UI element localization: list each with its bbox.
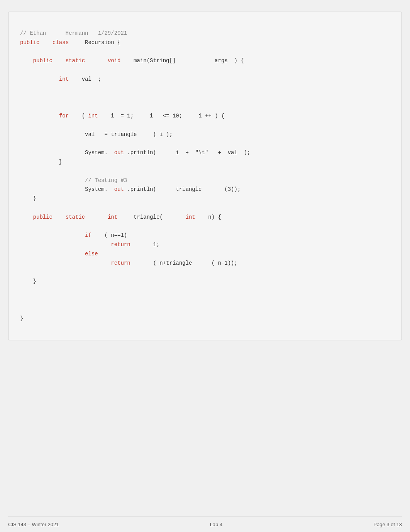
close-main: } bbox=[20, 195, 36, 202]
page-content: // Ethan Hermann 1/29/2021 public class … bbox=[8, 12, 402, 532]
footer-center: Lab 4 bbox=[210, 522, 223, 527]
code-block: // Ethan Hermann 1/29/2021 public class … bbox=[8, 12, 402, 340]
triangle-method: public static int triangle( int n) { bbox=[20, 214, 221, 220]
spacer bbox=[8, 340, 402, 509]
close-triangle: } bbox=[20, 278, 36, 284]
close-class: } bbox=[20, 315, 23, 321]
int-val: int val ; bbox=[20, 76, 101, 82]
for-loop: for ( int i = 1; i <= 10; i ++ ) { bbox=[20, 113, 224, 119]
val-assign: val = triangle ( i ); bbox=[20, 131, 173, 138]
footer: CIS 143 – Winter 2021 Lab 4 Page 3 of 13 bbox=[8, 517, 402, 532]
class-decl: public class Recursion { bbox=[20, 39, 120, 46]
system-println2: System. out .println( triangle (3)); bbox=[20, 186, 241, 192]
comment-line: // Ethan Hermann 1/29/2021 bbox=[20, 30, 127, 36]
system-println1: System. out .println( i + "\t" + val ); bbox=[20, 150, 251, 156]
return2: return ( n+triangle ( n-1)); bbox=[20, 260, 237, 266]
footer-left: CIS 143 – Winter 2021 bbox=[8, 522, 59, 527]
else-stmt: else bbox=[20, 251, 98, 257]
main-method: public static void main(String[] args ) … bbox=[20, 58, 244, 64]
return1: return 1; bbox=[20, 241, 159, 248]
if-stmt: if ( n==1) bbox=[20, 232, 127, 238]
comment-testing: // Testing #3 bbox=[20, 177, 127, 184]
footer-right: Page 3 of 13 bbox=[373, 522, 402, 527]
close-for: } bbox=[20, 159, 62, 165]
